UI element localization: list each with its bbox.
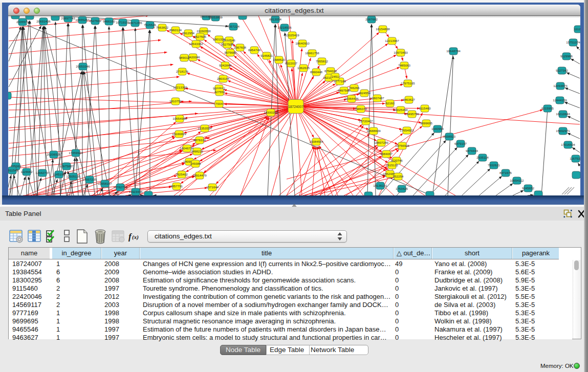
svg-text:9245652: 9245652 <box>522 186 535 190</box>
svg-text:10973493: 10973493 <box>394 51 408 54</box>
svg-text:7986372: 7986372 <box>355 107 367 111</box>
svg-text:9857791: 9857791 <box>170 184 183 188</box>
svg-text:18807249: 18807249 <box>374 141 388 144</box>
svg-text:10654966: 10654966 <box>172 117 187 120</box>
svg-text:8990448: 8990448 <box>310 70 323 74</box>
svg-text:8938923: 8938923 <box>443 135 456 138</box>
svg-text:16782759: 16782759 <box>113 185 127 189</box>
svg-text:1571644: 1571644 <box>206 185 219 189</box>
svg-text:1167533: 1167533 <box>570 157 580 160</box>
svg-text:19756928: 19756928 <box>395 144 409 147</box>
svg-text:10975887: 10975887 <box>59 164 74 168</box>
svg-text:20206526: 20206526 <box>47 152 61 156</box>
svg-text:746266: 746266 <box>349 86 360 90</box>
svg-text:18724007: 18724007 <box>288 105 303 108</box>
svg-text:10543362: 10543362 <box>189 42 203 46</box>
svg-text:7955812: 7955812 <box>316 59 329 63</box>
svg-text:149389: 149389 <box>190 162 201 165</box>
svg-text:9699695: 9699695 <box>420 121 433 125</box>
svg-text:16495756: 16495756 <box>405 112 419 116</box>
svg-text:19166829: 19166829 <box>172 132 186 136</box>
svg-text:7632621: 7632621 <box>488 163 500 167</box>
svg-text:16648784: 16648784 <box>446 49 461 53</box>
svg-text:7663822: 7663822 <box>156 26 169 29</box>
svg-text:20691406: 20691406 <box>36 19 51 23</box>
svg-text:1145194: 1145194 <box>53 172 65 176</box>
svg-text:8454749: 8454749 <box>248 48 261 52</box>
svg-text:9527505: 9527505 <box>194 35 207 38</box>
svg-text:2035571: 2035571 <box>16 20 29 24</box>
svg-text:62160: 62160 <box>385 101 395 105</box>
svg-text:17975165: 17975165 <box>401 81 415 85</box>
svg-text:19384554: 19384554 <box>309 140 323 143</box>
svg-text:13325419: 13325419 <box>285 33 299 37</box>
svg-text:6322037: 6322037 <box>285 61 298 65</box>
svg-text:16154838: 16154838 <box>376 27 390 31</box>
svg-text:20053346: 20053346 <box>76 64 90 68</box>
svg-text:12093873: 12093873 <box>553 84 568 87</box>
svg-text:8471676: 8471676 <box>499 171 512 174</box>
svg-text:989012: 989012 <box>179 56 190 59</box>
svg-text:1588520: 1588520 <box>273 58 286 61</box>
svg-text:8215955: 8215955 <box>541 106 554 110</box>
svg-text:3675685: 3675685 <box>224 51 237 54</box>
svg-text:2803144: 2803144 <box>217 77 230 80</box>
svg-text:3624554: 3624554 <box>358 91 371 95</box>
svg-text:12213967: 12213967 <box>385 39 399 42</box>
svg-text:7515526: 7515526 <box>144 23 157 27</box>
svg-text:22260558: 22260558 <box>197 29 211 33</box>
svg-text:9129966: 9129966 <box>560 54 573 58</box>
svg-text:15692971: 15692971 <box>556 129 570 133</box>
svg-text:1640954: 1640954 <box>431 127 444 130</box>
svg-text:7485063: 7485063 <box>398 63 411 67</box>
svg-text:3911549: 3911549 <box>8 168 18 172</box>
svg-text:3498222: 3498222 <box>191 149 204 153</box>
svg-text:1527602: 1527602 <box>89 19 102 23</box>
svg-text:17359924: 17359924 <box>69 151 83 155</box>
svg-text:16961758: 16961758 <box>305 51 319 55</box>
svg-text:10655267: 10655267 <box>75 18 90 21</box>
svg-text:1115682: 1115682 <box>20 170 33 173</box>
svg-text:9474444: 9474444 <box>466 149 478 152</box>
svg-text:9466160: 9466160 <box>103 19 116 23</box>
svg-text:2367608: 2367608 <box>234 46 247 49</box>
svg-text:427552: 427552 <box>214 90 225 94</box>
svg-text:2451: 2451 <box>332 75 339 78</box>
svg-text:10025458: 10025458 <box>394 108 408 112</box>
svg-text:2087682: 2087682 <box>365 17 378 21</box>
svg-text:10807487: 10807487 <box>370 96 384 100</box>
svg-text:10654112: 10654112 <box>510 179 524 182</box>
svg-text:9227342: 9227342 <box>556 69 569 72</box>
svg-text:17654923: 17654923 <box>400 128 414 132</box>
svg-text:8813054: 8813054 <box>269 17 282 21</box>
svg-text:18640910: 18640910 <box>295 41 310 45</box>
svg-text:14136141: 14136141 <box>373 184 387 187</box>
svg-text:15720407: 15720407 <box>359 119 373 123</box>
svg-text:10688609: 10688609 <box>366 129 381 133</box>
svg-text:11124: 11124 <box>574 27 580 31</box>
svg-text:20364436: 20364436 <box>344 97 359 100</box>
svg-text:7004: 7004 <box>215 102 223 105</box>
svg-text:9146821: 9146821 <box>260 54 273 57</box>
svg-text:6794028: 6794028 <box>324 69 337 73</box>
svg-text:12942737: 12942737 <box>35 171 50 174</box>
svg-text:252254: 252254 <box>393 174 404 178</box>
svg-text:19218506: 19218506 <box>277 26 292 29</box>
svg-text:11923446: 11923446 <box>128 190 143 193</box>
svg-text:(x): (x) <box>132 234 139 240</box>
svg-text:9527508: 9527508 <box>221 42 234 46</box>
svg-text:8912954: 8912954 <box>182 31 195 35</box>
svg-text:12505135: 12505135 <box>66 174 80 178</box>
svg-text:12444159: 12444159 <box>553 98 567 102</box>
svg-text:2935114: 2935114 <box>476 156 489 159</box>
svg-text:10958107: 10958107 <box>98 182 112 185</box>
svg-text:9242848: 9242848 <box>219 63 232 67</box>
svg-text:15751074: 15751074 <box>566 40 580 44</box>
svg-text:8960124: 8960124 <box>169 28 182 32</box>
svg-text:12213369: 12213369 <box>173 85 187 89</box>
svg-text:7357224: 7357224 <box>227 25 240 28</box>
svg-text:17016504: 17016504 <box>561 143 575 146</box>
svg-text:9084067: 9084067 <box>380 152 393 156</box>
svg-text:1362615: 1362615 <box>297 66 310 70</box>
svg-text:1810752: 1810752 <box>169 99 182 103</box>
